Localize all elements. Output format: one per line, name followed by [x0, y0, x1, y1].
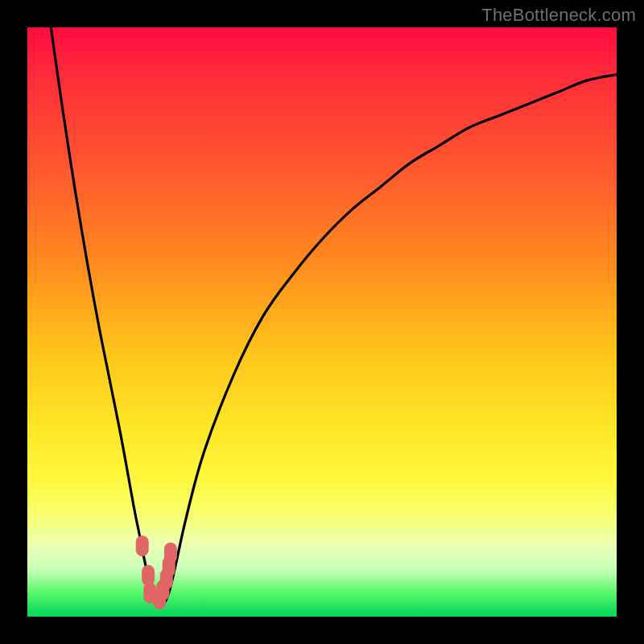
bottleneck-curve: [51, 27, 617, 607]
watermark-text: TheBottleneck.com: [481, 5, 636, 26]
chart-frame: TheBottleneck.com: [0, 0, 644, 644]
plot-area: [27, 27, 617, 617]
marker-dot: [136, 535, 149, 556]
marker-dot: [164, 543, 177, 564]
bottleneck-curve-svg: [27, 27, 617, 617]
marker-group: [136, 535, 177, 609]
marker-dot: [142, 565, 155, 586]
